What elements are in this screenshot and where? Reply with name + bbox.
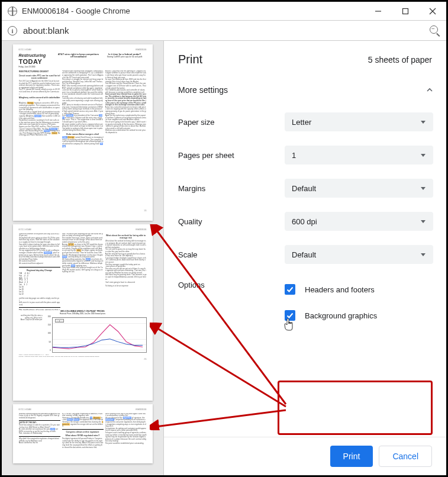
- margins-label: Margins: [178, 184, 285, 193]
- svg-marker-4: [421, 121, 426, 124]
- print-title: Print: [178, 53, 202, 66]
- svg-marker-6: [421, 187, 426, 190]
- svg-marker-5: [421, 154, 426, 157]
- cancel-button[interactable]: Cancel: [379, 446, 432, 467]
- zoom-out-icon[interactable]: −: [430, 25, 440, 36]
- print-preview-pane[interactable]: 6/7/22, 9:00 AM ENM0006184 Restructuring…: [2, 41, 164, 475]
- headers-footers-label: Headers and footers: [305, 285, 375, 294]
- background-graphics-label: Background graphics: [305, 311, 377, 320]
- headline-center: AT&T wins right to keep competitors off …: [57, 53, 101, 69]
- paper-size-select[interactable]: Letter: [285, 112, 433, 131]
- globe-icon: [8, 7, 17, 16]
- paper-size-label: Paper size: [178, 118, 285, 127]
- window-title: ENM0006184 - Google Chrome: [22, 7, 365, 15]
- sheet-count: 5 sheets of paper: [368, 55, 432, 65]
- svg-marker-8: [421, 253, 426, 256]
- print-button[interactable]: Print: [330, 446, 373, 467]
- chevron-up-icon: [426, 86, 433, 94]
- margins-select[interactable]: Default: [285, 179, 433, 198]
- quality-select[interactable]: 600 dpi: [285, 212, 433, 231]
- chevron-down-icon: [420, 185, 426, 191]
- chrome-window: ENM0006184 - Google Chrome i about:blank…: [0, 0, 448, 477]
- svg-marker-7: [421, 220, 426, 223]
- doc-date: Friday, June 23 2000: [19, 66, 54, 69]
- page-header-left: 6/7/22, 9:00 AM: [19, 49, 31, 51]
- page-header-right: ENM0006184: [136, 49, 146, 51]
- close-button[interactable]: [419, 2, 446, 21]
- print-dialog-content: 6/7/22, 9:00 AM ENM0006184 Restructuring…: [2, 41, 446, 475]
- preview-page-2: 6/7/22, 9:00 AM ENM0006184 cannot on whe…: [13, 224, 153, 401]
- scale-label: Scale: [178, 250, 285, 259]
- svg-rect-1: [403, 8, 408, 14]
- headline-right: Is it time for a federal probe? Gaming C…: [103, 53, 147, 69]
- quality-label: Quality: [178, 217, 285, 226]
- chevron-down-icon: [420, 252, 426, 257]
- doc-title-italic: Restructuring: [19, 53, 54, 58]
- pages-per-sheet-select[interactable]: 1: [285, 146, 433, 165]
- url-text[interactable]: about:blank: [23, 25, 430, 36]
- price-chart: 1999■Fwd: [52, 317, 147, 353]
- chevron-down-icon: [420, 152, 426, 158]
- window-titlebar: ENM0006184 - Google Chrome: [2, 2, 446, 21]
- maximize-button[interactable]: [392, 2, 419, 21]
- chevron-down-icon: [420, 218, 426, 224]
- headers-footers-checkbox[interactable]: [285, 284, 295, 295]
- background-graphics-checkbox[interactable]: [285, 310, 295, 321]
- doc-title-bold: TODAY: [19, 58, 54, 66]
- address-bar: i about:blank −: [2, 21, 446, 41]
- minimize-button[interactable]: [365, 2, 392, 21]
- preview-page-3: 6/7/22, 9:00 AM ENM0006184 Mathews demon…: [13, 404, 153, 463]
- chevron-down-icon: [420, 119, 426, 125]
- info-icon[interactable]: i: [8, 26, 17, 36]
- pages-per-sheet-label: Pages per sheet: [178, 151, 285, 160]
- more-settings-toggle[interactable]: More settings: [178, 75, 441, 105]
- scale-select[interactable]: Default: [285, 245, 433, 264]
- options-label: Options: [178, 281, 285, 289]
- preview-page-1: 6/7/22, 9:00 AM ENM0006184 Restructuring…: [13, 44, 153, 221]
- print-settings-panel: Print 5 sheets of paper More settings Pa…: [164, 41, 446, 475]
